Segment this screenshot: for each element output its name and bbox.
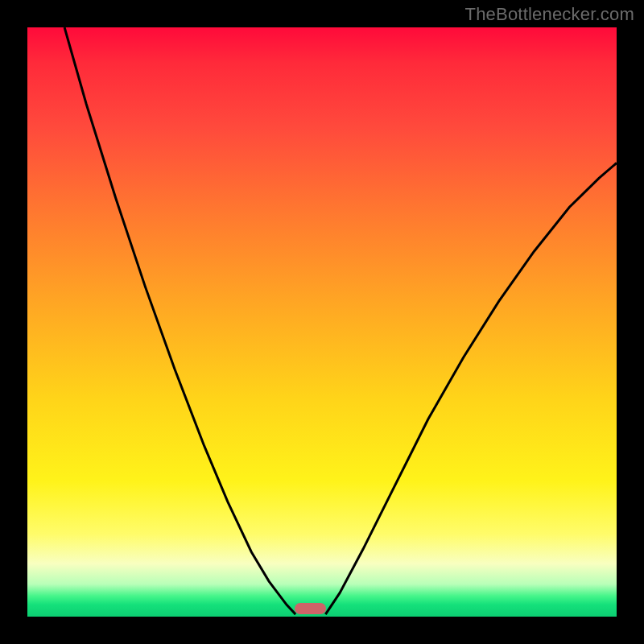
bottleneck-curve [27, 27, 617, 617]
chart-frame: TheBottlenecker.com [0, 0, 644, 644]
plot-area [27, 27, 617, 617]
curve-right-branch [325, 163, 617, 614]
watermark-text: TheBottlenecker.com [465, 4, 634, 25]
curve-left-branch [64, 27, 295, 614]
minimum-marker [295, 603, 327, 614]
